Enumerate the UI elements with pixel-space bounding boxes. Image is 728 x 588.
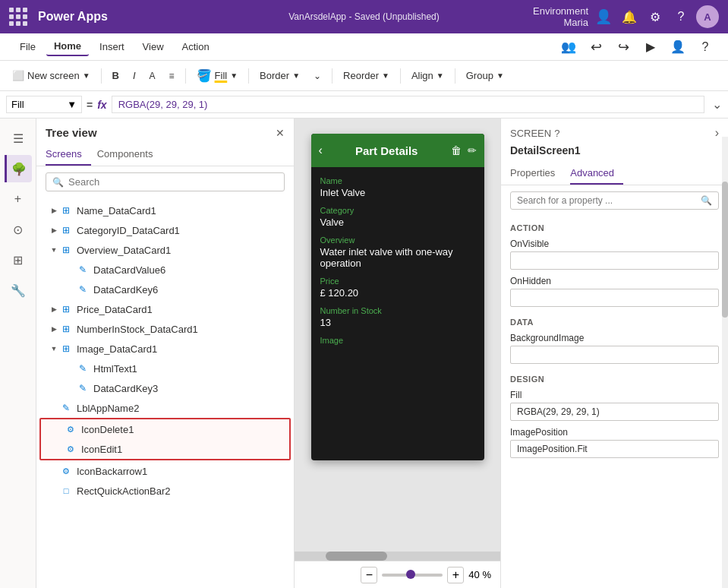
prop-imageposition-input[interactable] <box>510 440 719 458</box>
tree-panel: Tree view ✕ Screens Components 🔍 ▶ ⊞ Nam… <box>36 119 295 588</box>
section-action: ACTION <box>501 216 728 236</box>
toolbar-separator-2 <box>185 68 186 84</box>
sidebar-data-icon[interactable]: ⊙ <box>5 216 32 243</box>
phone-field-label-overview: Overview <box>320 236 475 245</box>
tree-item-label: LblAppName2 <box>77 403 288 414</box>
tree-item-datacardkey3[interactable]: ✎ DataCardKey3 <box>36 378 294 398</box>
canvas-area: ‹ Part Details 🗑 ✏ Name Inlet Valve Cate… <box>295 119 500 588</box>
canvas-scrollbar-h[interactable] <box>295 552 500 561</box>
prop-backgroundimage-label: BackgroundImage <box>510 333 719 343</box>
sidebar-toggle-icon[interactable]: ☰ <box>5 125 32 152</box>
screen-label: SCREEN ? <box>510 128 559 139</box>
menu-bar: File Home Insert View Action 👥 ↩ ↪ ▶ 👤 ? <box>0 33 728 61</box>
tree-tab-screens[interactable]: Screens <box>46 144 91 166</box>
right-panel-scrollbar[interactable] <box>722 137 728 588</box>
canvas-scrollbar-h-thumb[interactable] <box>326 552 387 561</box>
font-size-button[interactable]: A <box>143 68 162 84</box>
text-align-button[interactable]: ≡ <box>163 68 181 84</box>
bold-button[interactable]: B <box>106 67 125 84</box>
menu-help-icon[interactable]: ? <box>695 36 716 58</box>
new-screen-button[interactable]: ⬜ New screen ▼ <box>6 67 96 84</box>
menu-action[interactable]: Action <box>175 38 217 55</box>
zoom-in-button[interactable]: + <box>447 567 464 583</box>
tree-item-iconbackarrow1[interactable]: ⚙ IconBackarrow1 <box>36 461 294 481</box>
sidebar-components-icon[interactable]: ⊞ <box>5 246 32 273</box>
tree-item-category-datacard[interactable]: ▶ ⊞ CategoryID_DataCard1 <box>36 220 294 240</box>
tree-item-overview-datacard[interactable]: ▼ ⊞ Overview_DataCard1 <box>36 240 294 260</box>
phone-edit-icon[interactable]: ✏ <box>468 144 477 156</box>
menu-file[interactable]: File <box>12 38 43 55</box>
menu-view[interactable]: View <box>135 38 172 55</box>
right-panel-scrollbar-thumb[interactable] <box>722 182 728 317</box>
phone-delete-icon[interactable]: 🗑 <box>451 144 462 156</box>
prop-onvisible-input[interactable] <box>510 251 719 270</box>
tree-close-button[interactable]: ✕ <box>276 127 285 139</box>
group-button[interactable]: Group ▼ <box>460 67 510 84</box>
tree-item-datacardkey6[interactable]: ✎ DataCardKey6 <box>36 280 294 299</box>
border-chevron: ▼ <box>292 71 300 80</box>
prop-onvisible-label: OnVisible <box>510 239 719 249</box>
sidebar-tree-icon[interactable]: 🌳 <box>5 155 32 182</box>
fill-button[interactable]: 🪣 Fill ▼ <box>191 65 244 86</box>
notifications-icon[interactable]: 🔔 <box>619 6 640 27</box>
app-title: Power Apps <box>38 10 108 24</box>
undo-icon[interactable]: ↩ <box>585 36 607 58</box>
zoom-slider-thumb[interactable] <box>406 570 415 579</box>
tree-item-image-datacard[interactable]: ▼ ⊞ Image_DataCard1 <box>36 339 294 359</box>
align-button[interactable]: Align ▼ <box>405 67 450 84</box>
tree-content: ▶ ⊞ Name_DataCard1 ▶ ⊞ CategoryID_DataCa… <box>36 198 294 588</box>
more-button[interactable]: ⌄ <box>307 68 327 84</box>
run-icon[interactable]: ▶ <box>640 36 661 58</box>
prop-backgroundimage-input[interactable] <box>510 346 719 364</box>
share-icon[interactable]: 👥 <box>558 36 579 58</box>
user-icon[interactable]: 👤 <box>593 6 614 27</box>
sidebar-plus-icon[interactable]: + <box>5 185 32 213</box>
phone-back-icon[interactable]: ‹ <box>319 144 323 157</box>
tree-item-icondelete1[interactable]: ⚙ IconDelete1 <box>41 419 289 439</box>
zoom-slider[interactable] <box>382 574 443 577</box>
right-tab-properties[interactable]: Properties <box>510 163 564 185</box>
tree-item-iconedit1[interactable]: ⚙ IconEdit1 <box>41 439 289 459</box>
canvas-bottom-bar: − + 40 % <box>295 561 500 588</box>
right-expand-icon[interactable]: › <box>715 126 719 140</box>
chevron-icon <box>53 444 64 454</box>
redo-icon[interactable]: ↪ <box>613 36 634 58</box>
apps-grid-icon[interactable] <box>9 8 27 26</box>
property-search-input[interactable] <box>517 195 696 206</box>
tree-item-label: Image_DataCard1 <box>77 343 288 355</box>
tree-item-name-datacard[interactable]: ▶ ⊞ Name_DataCard1 <box>36 201 294 220</box>
zoom-out-button[interactable]: − <box>361 567 377 583</box>
settings-icon[interactable]: ⚙ <box>644 6 666 27</box>
tree-item-price-datacard[interactable]: ▶ ⊞ Price_DataCard1 <box>36 299 294 319</box>
property-dropdown[interactable]: Fill ▼ <box>6 96 82 113</box>
formula-expand-icon[interactable]: ⌄ <box>712 97 722 112</box>
prop-onhidden-input[interactable] <box>510 289 719 307</box>
tree-item-datacardvalue6[interactable]: ✎ DataCardValue6 <box>36 260 294 280</box>
tree-search-icon: 🔍 <box>52 177 64 188</box>
prop-fill-input[interactable] <box>510 403 719 421</box>
toolbar-separator-3 <box>248 68 249 84</box>
tree-item-label: RectQuickActionBar2 <box>77 485 288 497</box>
help-circle-icon[interactable]: ? <box>554 128 559 139</box>
help-icon[interactable]: ? <box>670 6 692 27</box>
avatar[interactable]: A <box>696 5 719 28</box>
reorder-button[interactable]: Reorder ▼ <box>337 67 396 84</box>
border-button[interactable]: Border ▼ <box>254 67 306 84</box>
section-design: DESIGN <box>501 367 728 387</box>
phone-field-value-overview: Water inlet valve with one-way operation <box>320 246 475 269</box>
formula-input[interactable] <box>112 96 704 113</box>
right-tab-advanced[interactable]: Advanced <box>570 163 623 185</box>
tree-item-htmltext1[interactable]: ✎ HtmlText1 <box>36 359 294 378</box>
tree-item-label: NumberInStock_DataCard1 <box>77 324 288 335</box>
tree-search-input[interactable] <box>68 176 278 188</box>
preview-icon[interactable]: 👤 <box>667 36 689 58</box>
phone-field-value-stock: 13 <box>320 317 475 328</box>
menu-home[interactable]: Home <box>46 37 89 56</box>
tree-tab-components[interactable]: Components <box>97 144 162 166</box>
italic-button[interactable]: I <box>127 67 142 84</box>
menu-insert[interactable]: Insert <box>92 38 132 55</box>
tree-item-numberinstock-datacard[interactable]: ▶ ⊞ NumberInStock_DataCard1 <box>36 319 294 339</box>
sidebar-tools-icon[interactable]: 🔧 <box>5 277 32 304</box>
tree-item-lblappname2[interactable]: ✎ LblAppName2 <box>36 398 294 418</box>
tree-item-rectquickaction[interactable]: □ RectQuickActionBar2 <box>36 481 294 501</box>
